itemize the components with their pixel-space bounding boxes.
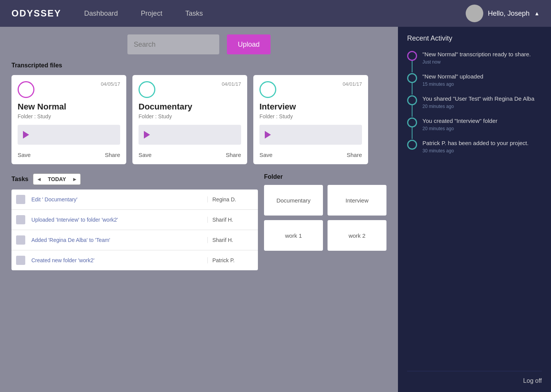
activity-dot-1	[407, 73, 417, 83]
share-button-1[interactable]: Share	[226, 152, 241, 158]
tasks-table: Edit ' Documentary' Regina D. Uploaded '…	[11, 189, 258, 270]
card-date-2: 04/01/17	[342, 81, 362, 87]
card-actions-1: Save Share	[139, 150, 241, 158]
nav-links: Dashboard Project Tasks	[84, 10, 466, 18]
content-area: Upload Transcripted files 04/05/17 New N…	[0, 27, 398, 392]
upload-button[interactable]: Upload	[227, 34, 270, 54]
activity-dot-0	[407, 51, 417, 61]
today-nav: ◄ TODAY ►	[33, 173, 81, 185]
task-person-1: Sharif H.	[207, 217, 253, 223]
activity-text-block-3: You created "Interview" folder 20 minute…	[422, 117, 542, 131]
activity-list: "New Normal" transcription ready to shar…	[407, 50, 542, 371]
card-title-0: New Normal	[18, 102, 120, 112]
play-icon-0[interactable]	[23, 131, 29, 139]
task-person-0: Regina D.	[207, 196, 253, 203]
folder-grid: Documentary Interview work 1 work 2	[264, 185, 386, 251]
activity-text-block-1: "New Normal" uploaded 15 minutes ago	[422, 72, 542, 87]
log-off-row: Log off	[407, 371, 542, 384]
card-player-2[interactable]	[259, 125, 362, 145]
save-button-1[interactable]: Save	[139, 152, 152, 158]
transcripted-section-title: Transcripted files	[11, 62, 386, 69]
bottom-section: Tasks ◄ TODAY ► Edit ' Documentary' Regi…	[11, 173, 386, 270]
nav-dashboard[interactable]: Dashboard	[84, 10, 118, 18]
activity-text-block-0: "New Normal" transcription ready to shar…	[422, 50, 542, 65]
activity-time-4: 30 minutes ago	[422, 148, 542, 154]
file-card-2: 04/01/17 Interview Folder : Study Save S…	[253, 75, 368, 164]
today-prev-arrow[interactable]: ◄	[33, 176, 45, 182]
activity-text-block-4: Patrick P. has been added to your projec…	[422, 139, 542, 154]
activity-text-3: You created "Interview" folder	[422, 117, 542, 125]
recent-activity-title: Recent Activity	[407, 34, 542, 42]
task-person-2: Sharif H.	[207, 237, 253, 243]
task-checkbox-0[interactable]	[16, 195, 25, 204]
activity-text-4: Patrick P. has been added to your projec…	[422, 139, 542, 147]
activity-time-1: 15 minutes ago	[422, 82, 542, 87]
nav-right: Hello, Joseph ▲	[466, 5, 540, 22]
today-next-arrow[interactable]: ►	[69, 176, 81, 182]
task-name-2[interactable]: Added 'Regina De Alba' to 'Team'	[31, 237, 207, 243]
activity-dot-4	[407, 140, 417, 150]
save-button-2[interactable]: Save	[259, 152, 272, 158]
play-icon-1[interactable]	[144, 131, 150, 139]
right-sidebar: Recent Activity "New Normal" transcripti…	[398, 27, 551, 392]
activity-text-2: You shared "User Test" with Regina De Al…	[422, 95, 542, 103]
activity-text-block-2: You shared "User Test" with Regina De Al…	[422, 95, 542, 109]
card-player-1[interactable]	[139, 125, 241, 145]
task-name-0[interactable]: Edit ' Documentary'	[31, 196, 207, 203]
card-actions-0: Save Share	[18, 150, 120, 158]
hello-text: Hello, Joseph	[488, 10, 530, 18]
log-off-button[interactable]: Log off	[523, 377, 542, 384]
activity-item-3: You created "Interview" folder 20 minute…	[407, 117, 542, 139]
nav-project[interactable]: Project	[141, 10, 162, 18]
card-top-0: 04/05/17	[18, 81, 120, 98]
folder-panel: Folder Documentary Interview work 1 work…	[264, 173, 386, 270]
activity-dot-3	[407, 118, 417, 127]
card-title-1: Documentary	[139, 102, 241, 112]
play-icon-2[interactable]	[265, 131, 271, 139]
file-card-0: 04/05/17 New Normal Folder : Study Save …	[11, 75, 126, 164]
card-date-0: 04/05/17	[101, 81, 120, 87]
card-player-0[interactable]	[18, 125, 120, 145]
card-icon-1	[139, 81, 155, 98]
task-row: Uploaded 'Interview' to folder 'work2' S…	[11, 210, 258, 230]
activity-item-0: "New Normal" transcription ready to shar…	[407, 50, 542, 72]
task-name-3[interactable]: Created new folder 'work2'	[31, 257, 207, 263]
task-checkbox-1[interactable]	[16, 215, 25, 224]
share-button-2[interactable]: Share	[347, 152, 362, 158]
card-icon-2	[259, 81, 276, 98]
avatar	[466, 5, 483, 22]
today-label: TODAY	[45, 176, 69, 182]
card-folder-0: Folder : Study	[18, 113, 120, 119]
folder-item-3[interactable]: work 2	[328, 220, 386, 251]
task-row: Edit ' Documentary' Regina D.	[11, 189, 258, 210]
task-checkbox-3[interactable]	[16, 256, 25, 265]
chevron-down-icon[interactable]: ▲	[534, 10, 540, 16]
activity-time-3: 20 minutes ago	[422, 126, 542, 131]
tasks-panel: Tasks ◄ TODAY ► Edit ' Documentary' Regi…	[11, 173, 258, 270]
search-input[interactable]	[127, 34, 219, 54]
task-row: Created new folder 'work2' Patrick P.	[11, 250, 258, 270]
share-button-0[interactable]: Share	[105, 152, 120, 158]
save-button-0[interactable]: Save	[18, 152, 31, 158]
task-checkbox-2[interactable]	[16, 235, 25, 245]
top-nav: ODYSSEY Dashboard Project Tasks Hello, J…	[0, 0, 551, 27]
task-name-1[interactable]: Uploaded 'Interview' to folder 'work2'	[31, 217, 207, 223]
cards-row: 04/05/17 New Normal Folder : Study Save …	[11, 75, 386, 164]
folder-section-title: Folder	[264, 173, 386, 180]
nav-tasks[interactable]: Tasks	[185, 10, 203, 18]
card-folder-2: Folder : Study	[259, 113, 362, 119]
folder-item-1[interactable]: Interview	[328, 185, 386, 216]
card-top-1: 04/01/17	[139, 81, 241, 98]
activity-item-4: Patrick P. has been added to your projec…	[407, 139, 542, 161]
task-row: Added 'Regina De Alba' to 'Team' Sharif …	[11, 230, 258, 250]
folder-item-2[interactable]: work 1	[264, 220, 323, 251]
task-person-3: Patrick P.	[207, 257, 253, 263]
activity-text-0: "New Normal" transcription ready to shar…	[422, 50, 542, 58]
folder-item-0[interactable]: Documentary	[264, 185, 323, 216]
activity-item-1: "New Normal" uploaded 15 minutes ago	[407, 72, 542, 95]
tasks-section-title: Tasks	[11, 176, 28, 183]
activity-item-2: You shared "User Test" with Regina De Al…	[407, 95, 542, 117]
activity-text-1: "New Normal" uploaded	[422, 72, 542, 80]
card-title-2: Interview	[259, 102, 362, 112]
activity-dot-2	[407, 95, 417, 105]
